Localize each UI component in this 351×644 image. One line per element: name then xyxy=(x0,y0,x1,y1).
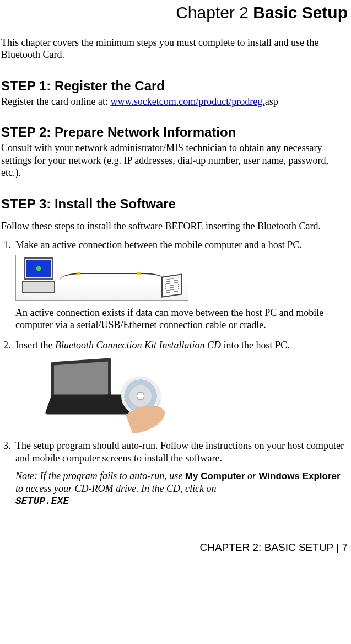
insert-cd-illustration xyxy=(15,355,348,432)
note-or: or xyxy=(245,470,258,481)
list-item: Insert the Bluetooth Connection Kit Inst… xyxy=(13,339,348,432)
connection-illustration xyxy=(15,255,348,301)
note-setup-exe: SETUP.EXE xyxy=(15,496,69,507)
step-1-pre: Register the card online at: xyxy=(1,96,110,107)
item-1-explain: An active connection exists if data can … xyxy=(15,307,348,331)
pc-to-pda-icon xyxy=(15,255,188,301)
step-2-heading: STEP 2: Prepare Network Information xyxy=(1,124,348,141)
step-3-heading: STEP 3: Install the Software xyxy=(1,196,348,212)
item-3-text: The setup program should auto-run. Follo… xyxy=(15,440,344,464)
step-3: STEP 3: Install the Software Follow thes… xyxy=(1,196,348,508)
chapter-title: Chapter 2 Basic Setup xyxy=(1,2,348,23)
chapter-intro: This chapter covers the minimum steps yo… xyxy=(1,36,348,61)
step-3-lead: Follow these steps to install the softwa… xyxy=(1,220,348,233)
chapter-prefix: Chapter 2 xyxy=(176,3,253,22)
chapter-name: Basic Setup xyxy=(253,3,348,22)
note-my-computer: My Computer xyxy=(185,471,245,481)
item-1-text: Make an active connection between the mo… xyxy=(15,239,302,250)
note-pre: Note: If the program fails to auto-run, … xyxy=(15,470,185,481)
list-item: Make an active connection between the mo… xyxy=(13,239,348,331)
step-1-post: asp xyxy=(265,96,278,107)
item-2-pre: Insert the xyxy=(15,340,55,351)
item-3-note: Note: If the program fails to auto-run, … xyxy=(15,470,348,508)
step-1-body: Register the card online at: www.socketc… xyxy=(1,95,348,108)
item-2-cd-name: Bluetooth Connection Kit Installation CD xyxy=(55,340,221,351)
step-2-body: Consult with your network administrator/… xyxy=(1,142,348,179)
step-2: STEP 2: Prepare Network Information Cons… xyxy=(1,124,348,179)
page-footer: CHAPTER 2: BASIC SETUP | 7 xyxy=(1,541,348,554)
note-mid: to access your CD-ROM drive. In the CD, … xyxy=(15,483,216,494)
item-2-post: into the host PC. xyxy=(221,340,290,351)
registration-link[interactable]: www.socketcom.com/product/prodreg. xyxy=(110,96,264,107)
step-1: STEP 1: Register the Card Register the c… xyxy=(1,78,348,108)
laptop-cd-icon xyxy=(48,355,172,432)
note-windows-explorer: Windows Explorer xyxy=(258,471,340,481)
step-1-heading: STEP 1: Register the Card xyxy=(1,78,348,94)
list-item: The setup program should auto-run. Follo… xyxy=(13,439,348,508)
install-steps-list: Make an active connection between the mo… xyxy=(1,239,348,508)
